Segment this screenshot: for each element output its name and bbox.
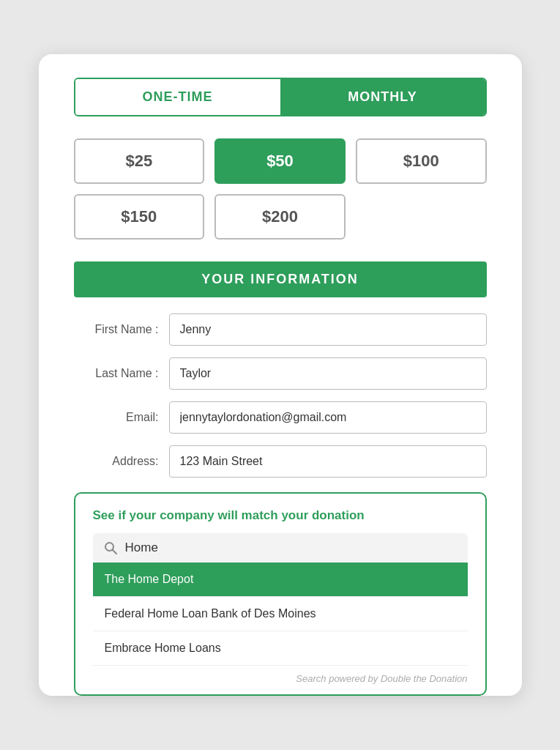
last-name-input[interactable]: [169, 357, 487, 390]
company-match-box: See if your company will match your dona…: [74, 492, 487, 696]
first-name-label: First Name :: [74, 323, 169, 336]
frequency-toggle: ONE-TIME MONTHLY: [74, 78, 487, 116]
address-input[interactable]: [169, 445, 487, 478]
last-name-row: Last Name :: [74, 357, 487, 390]
company-results-list: The Home Depot Federal Home Loan Bank of…: [93, 562, 468, 666]
amount-200[interactable]: $200: [214, 194, 346, 240]
email-row: Email:: [74, 401, 487, 434]
your-information-header: YOUR INFORMATION: [74, 261, 487, 297]
email-input[interactable]: [169, 401, 487, 434]
last-name-label: Last Name :: [74, 367, 169, 380]
company-match-title: See if your company will match your dona…: [93, 508, 468, 523]
amount-100[interactable]: $100: [356, 138, 487, 184]
amount-grid-row2: $150 $200: [74, 194, 487, 240]
address-row: Address:: [74, 445, 487, 478]
amount-grid-row1: $25 $50 $100: [74, 138, 487, 184]
first-name-row: First Name :: [74, 313, 487, 346]
company-result-embrace-home[interactable]: Embrace Home Loans: [93, 631, 468, 666]
company-result-federal-home[interactable]: Federal Home Loan Bank of Des Moines: [93, 597, 468, 631]
company-search-input[interactable]: [125, 541, 458, 555]
amount-25[interactable]: $25: [74, 138, 205, 184]
company-search-row: [93, 533, 468, 562]
donation-card: ONE-TIME MONTHLY $25 $50 $100 $150 $200 …: [39, 54, 522, 696]
email-label: Email:: [74, 411, 169, 424]
search-icon: [103, 541, 118, 555]
one-time-button[interactable]: ONE-TIME: [75, 79, 280, 115]
monthly-button[interactable]: MONTHLY: [280, 79, 485, 115]
company-result-home-depot[interactable]: The Home Depot: [93, 562, 468, 597]
first-name-input[interactable]: [169, 313, 487, 346]
amount-150[interactable]: $150: [74, 194, 205, 240]
powered-by-text: Search powered by Double the Donation: [93, 666, 468, 694]
amount-50[interactable]: $50: [214, 138, 346, 184]
svg-line-1: [112, 550, 116, 554]
address-label: Address:: [74, 455, 169, 468]
